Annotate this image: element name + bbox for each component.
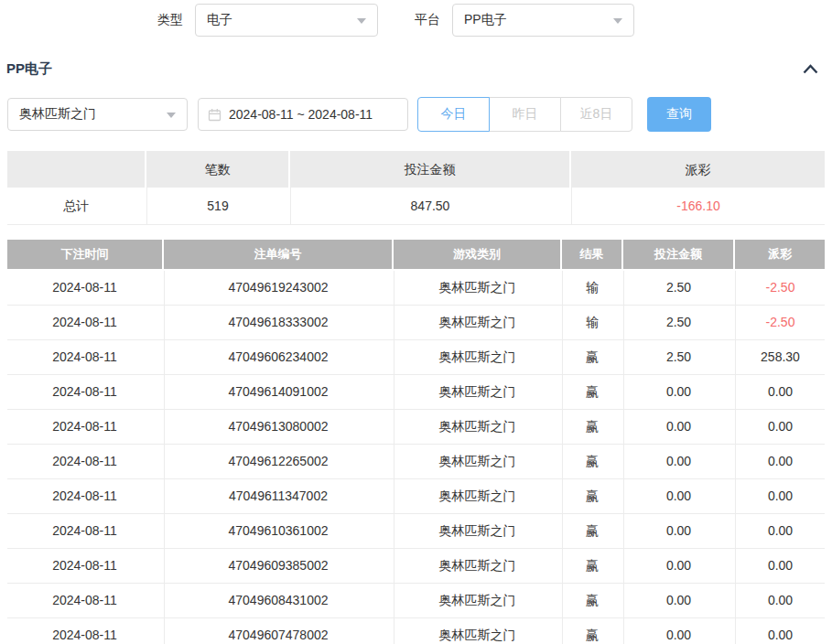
table-cell: 0.00: [735, 549, 825, 583]
last-8-days-button[interactable]: 近8日: [560, 97, 632, 132]
header-game-category: 游戏类别: [394, 240, 560, 269]
chevron-up-icon[interactable]: [802, 63, 819, 75]
table-cell: 奥林匹斯之门: [394, 479, 560, 513]
summary-payout: -166.10: [571, 188, 825, 224]
table-cell: 47049611347002: [164, 479, 392, 513]
summary-count: 519: [146, 188, 288, 224]
table-row: 2024-08-1147049612265002奥林匹斯之门赢0.000.00: [7, 445, 825, 479]
header-bet-time: 下注时间: [7, 240, 162, 269]
table-cell: 0.00: [623, 514, 733, 548]
table-cell: 47049614091002: [164, 375, 392, 409]
section-header: PP电子: [6, 59, 819, 78]
table-cell: 0.00: [623, 584, 733, 617]
table-cell: 47049606234002: [164, 340, 392, 374]
type-select-value: 电子: [207, 12, 232, 28]
table-cell: 赢: [562, 445, 621, 478]
table-cell: 奥林匹斯之门: [394, 271, 560, 305]
table-cell: 0.00: [623, 375, 733, 409]
table-cell: 2024-08-11: [7, 306, 162, 339]
summary-header-count: 笔数: [146, 151, 288, 188]
table-cell: 奥林匹斯之门: [394, 306, 560, 339]
header-bet-amount: 投注金额: [623, 240, 733, 269]
platform-select-value: PP电子: [464, 12, 507, 28]
table-cell: 0.00: [623, 410, 733, 444]
table-cell: 0.00: [735, 479, 825, 513]
table-cell: 0.00: [735, 410, 825, 444]
table-cell: 赢: [562, 479, 621, 513]
platform-select[interactable]: PP电子: [452, 4, 634, 37]
table-cell: 奥林匹斯之门: [394, 549, 560, 583]
header-result: 结果: [562, 240, 621, 269]
table-cell: 赢: [562, 514, 621, 548]
table-cell: 赢: [562, 340, 621, 374]
table-cell: -2.50: [735, 271, 825, 305]
table-row: 2024-08-1147049614091002奥林匹斯之门赢0.000.00: [7, 375, 825, 410]
table-cell: 2024-08-11: [7, 340, 162, 374]
table-row: 2024-08-1147049609385002奥林匹斯之门赢0.000.00: [7, 549, 825, 584]
table-cell: 0.00: [735, 445, 825, 478]
table-cell: 47049610361002: [164, 514, 392, 548]
table-cell: 0.00: [735, 584, 825, 617]
summary-table: 笔数 投注金额 派彩 总计 519 847.50 -166.10: [7, 151, 825, 225]
game-select-value: 奥林匹斯之门: [19, 106, 96, 123]
header-payout: 派彩: [735, 240, 825, 269]
query-bar: 奥林匹斯之门 2024-08-11 ~ 2024-08-11 今日 昨日 近8日…: [7, 97, 832, 132]
table-cell: 2024-08-11: [7, 514, 162, 548]
table-cell: 0.00: [623, 479, 733, 513]
page: 类型 电子 平台 PP电子 PP电子 奥林匹斯之门: [0, 0, 832, 644]
search-button[interactable]: 查询: [647, 97, 711, 132]
table-cell: 0.00: [735, 514, 825, 548]
caret-down-icon: [357, 18, 366, 24]
table-cell: 奥林匹斯之门: [394, 445, 560, 478]
bet-table-body: 2024-08-1147049619243002奥林匹斯之门输2.50-2.50…: [7, 271, 825, 644]
table-cell: 47049612265002: [164, 445, 392, 478]
table-cell: 奥林匹斯之门: [394, 340, 560, 374]
table-cell: 2024-08-11: [7, 618, 162, 644]
today-button[interactable]: 今日: [417, 97, 490, 132]
summary-header-empty: [7, 151, 145, 188]
table-cell: 47049619243002: [164, 271, 392, 305]
table-cell: 奥林匹斯之门: [394, 618, 560, 644]
table-cell: 奥林匹斯之门: [394, 375, 560, 409]
summary-header-bet-amount: 投注金额: [290, 151, 569, 188]
table-cell: 0.00: [623, 549, 733, 583]
section-title: PP电子: [6, 60, 52, 78]
caret-down-icon: [167, 113, 176, 118]
summary-header-payout: 派彩: [571, 151, 825, 188]
table-cell: 0.00: [735, 375, 825, 409]
bet-table: 下注时间 注单编号 游戏类别 结果 投注金额 派彩 2024-08-114704…: [7, 240, 825, 644]
table-cell: 2024-08-11: [7, 271, 162, 305]
table-cell: 47049608431002: [164, 584, 392, 617]
table-cell: 赢: [562, 410, 621, 444]
game-select[interactable]: 奥林匹斯之门: [7, 98, 188, 131]
table-cell: 2024-08-11: [7, 584, 162, 617]
table-row: 2024-08-1147049611347002奥林匹斯之门赢0.000.00: [7, 479, 825, 514]
table-cell: 258.30: [735, 340, 825, 374]
table-row: 2024-08-1147049608431002奥林匹斯之门赢0.000.00: [7, 584, 825, 618]
date-range-input[interactable]: 2024-08-11 ~ 2024-08-11: [198, 98, 408, 131]
quick-date-button-group: 今日 昨日 近8日: [417, 97, 632, 132]
header-bet-id: 注单编号: [164, 240, 392, 269]
table-cell: 47049618333002: [164, 306, 392, 339]
table-cell: 输: [562, 306, 621, 339]
yesterday-button[interactable]: 昨日: [489, 97, 561, 132]
table-cell: 奥林匹斯之门: [394, 410, 560, 444]
table-cell: 2024-08-11: [7, 410, 162, 444]
table-cell: 赢: [562, 549, 621, 583]
table-cell: 2.50: [623, 340, 733, 374]
type-select[interactable]: 电子: [195, 4, 378, 37]
table-cell: -2.50: [735, 306, 825, 339]
table-row: 2024-08-1147049610361002奥林匹斯之门赢0.000.00: [7, 514, 825, 549]
table-cell: 赢: [562, 584, 621, 617]
table-cell: 赢: [562, 375, 621, 409]
table-cell: 2.50: [623, 306, 733, 339]
table-cell: 47049609385002: [164, 549, 392, 583]
table-row: 2024-08-1147049618333002奥林匹斯之门输2.50-2.50: [7, 306, 825, 340]
summary-bet-amount: 847.50: [290, 188, 569, 224]
type-label: 类型: [157, 12, 183, 28]
platform-label: 平台: [415, 12, 440, 28]
table-cell: 2024-08-11: [7, 375, 162, 409]
table-row: 2024-08-1147049606234002奥林匹斯之门赢2.50258.3…: [7, 340, 825, 375]
table-cell: 奥林匹斯之门: [394, 514, 560, 548]
table-row: 2024-08-1147049607478002奥林匹斯之门赢0.000.00: [7, 618, 825, 644]
